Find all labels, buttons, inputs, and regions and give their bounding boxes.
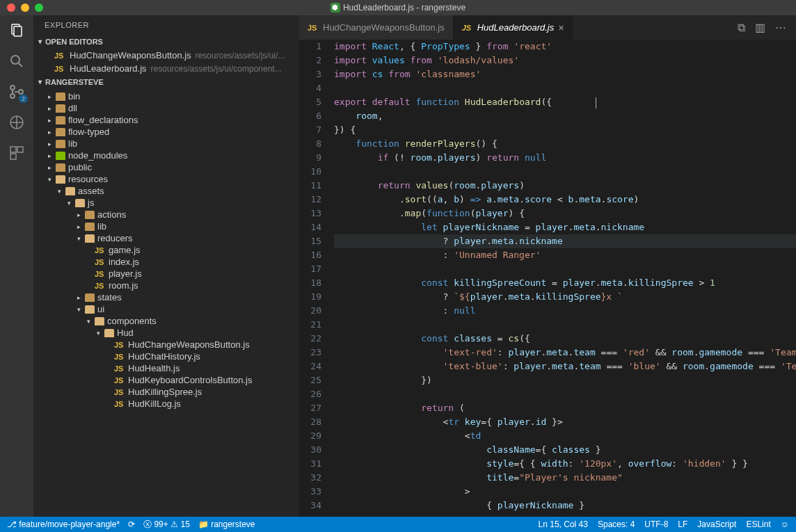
tree-file[interactable]: JSgame.js xyxy=(33,244,299,256)
tree-folder[interactable]: ▸public xyxy=(33,161,299,173)
chevron-icon: ▾ xyxy=(75,306,82,313)
scm-icon[interactable]: 2 xyxy=(8,83,25,100)
problems-button[interactable]: ⓧ 99+ ⚠ 15 xyxy=(143,519,190,531)
tree-folder[interactable]: ▾Hud xyxy=(33,327,299,339)
workspace-header[interactable]: ▸RANGERSTEVE xyxy=(33,75,299,89)
folder-icon xyxy=(85,234,95,243)
editor[interactable]: 1234567891011121314151617181920212223242… xyxy=(299,40,796,517)
folder-icon xyxy=(56,175,65,184)
folder-icon xyxy=(85,293,95,302)
feedback-icon[interactable]: ☺ xyxy=(781,519,789,529)
open-editor-item[interactable]: JSHudChangeWeaponsButton.js resources/as… xyxy=(33,49,299,62)
tree-folder[interactable]: ▸actions xyxy=(33,209,299,220)
tree-folder[interactable]: ▾resources xyxy=(33,173,299,185)
chevron-icon: ▸ xyxy=(46,129,53,136)
tree-file[interactable]: JSHudKillLog.js xyxy=(33,398,299,410)
code-content[interactable]: import React, { PropTypes } from 'react'… xyxy=(334,40,796,517)
tree-file[interactable]: JSindex.js xyxy=(33,256,299,268)
tree-file[interactable]: JSHudHealth.js xyxy=(33,362,299,374)
folder-icon xyxy=(56,92,65,101)
scm-badge: 2 xyxy=(19,95,28,103)
minimize-window[interactable] xyxy=(21,3,29,12)
svg-rect-10 xyxy=(10,147,16,152)
tree-folder[interactable]: ▸flow_declarations xyxy=(33,114,299,126)
tree-item-label: HudKillingSpree.js xyxy=(128,387,202,397)
tree-file[interactable]: JSplayer.js xyxy=(33,268,299,280)
editor-actions: ⧉ ▥ ⋯ xyxy=(738,15,796,40)
close-icon[interactable]: × xyxy=(558,22,564,33)
tree-folder[interactable]: ▸states xyxy=(33,291,299,303)
folder-icon xyxy=(56,152,65,160)
layout-icon[interactable]: ▥ xyxy=(755,21,765,34)
indentation[interactable]: Spaces: 4 xyxy=(598,519,635,529)
tree-folder[interactable]: ▸flow-typed xyxy=(33,126,299,138)
open-editors-header[interactable]: ▸OPEN EDITORS xyxy=(33,35,299,49)
tree-folder[interactable]: ▾reducers xyxy=(33,232,299,244)
tree-file[interactable]: JSHudChatHistory.js xyxy=(33,350,299,362)
tree-folder[interactable]: ▾ui xyxy=(33,303,299,315)
folder-icon xyxy=(56,116,65,124)
split-editor-icon[interactable]: ⧉ xyxy=(738,22,745,34)
folder-icon xyxy=(104,329,114,337)
window-controls xyxy=(0,3,43,12)
tree-file[interactable]: JSHudKeyboardControlsButton.js xyxy=(33,374,299,386)
tree-item-label: index.js xyxy=(109,257,139,267)
tree-folder[interactable]: ▸node_modules xyxy=(33,150,299,161)
tree-item-label: player.js xyxy=(109,268,142,279)
branch-indicator[interactable]: ⎇ feature/move-player-angle* xyxy=(7,519,120,529)
tree-folder[interactable]: ▾components xyxy=(33,315,299,327)
folder-icon xyxy=(56,104,65,113)
tree-item-label: flow-typed xyxy=(68,127,109,137)
open-editors-list: JSHudChangeWeaponsButton.js resources/as… xyxy=(33,49,299,75)
maximize-window[interactable] xyxy=(35,3,43,12)
cursor-position[interactable]: Ln 15, Col 43 xyxy=(539,519,588,529)
eslint-status[interactable]: ESLint xyxy=(746,519,770,529)
tree-folder[interactable]: ▾assets xyxy=(33,185,299,197)
file-path: resources/assets/js/ui/component... xyxy=(151,64,282,74)
tab-label: HudChangeWeaponsButton.js xyxy=(323,22,445,33)
tree-file[interactable]: JSroom.js xyxy=(33,280,299,291)
tree-item-label: js xyxy=(88,198,94,208)
activity-bar: 2 xyxy=(0,15,33,517)
tree-item-label: public xyxy=(68,162,92,172)
titlebar: ⬢HudLeaderboard.js - rangersteve xyxy=(0,0,796,15)
tree-file[interactable]: JSHudKillingSpree.js xyxy=(33,386,299,398)
extensions-icon[interactable] xyxy=(8,145,25,161)
js-file-icon: JS xyxy=(114,364,125,373)
open-editor-item[interactable]: JSHudLeaderboard.js resources/assets/js/… xyxy=(33,62,299,75)
editor-tab[interactable]: JSHudLeaderboard.js× xyxy=(454,15,573,40)
svg-rect-11 xyxy=(17,147,23,152)
tree-folder[interactable]: ▸lib xyxy=(33,138,299,150)
encoding[interactable]: UTF-8 xyxy=(644,519,668,529)
folder-icon xyxy=(56,163,65,172)
editor-area: JSHudChangeWeaponsButton.jsJSHudLeaderbo… xyxy=(299,15,796,517)
js-file-icon: JS xyxy=(114,388,125,396)
eol[interactable]: LF xyxy=(678,519,687,529)
js-file-icon: JS xyxy=(114,376,125,385)
close-window[interactable] xyxy=(7,3,15,12)
explorer-icon[interactable] xyxy=(8,22,25,39)
editor-tab[interactable]: JSHudChangeWeaponsButton.js xyxy=(299,15,454,40)
chevron-icon: ▸ xyxy=(46,140,53,147)
file-path: resources/assets/js/ui/... xyxy=(196,51,285,61)
tab-label: HudLeaderboard.js xyxy=(477,22,555,33)
explorer-sidebar: EXPLORER ▸OPEN EDITORS JSHudChangeWeapon… xyxy=(33,15,299,517)
tree-file[interactable]: JSHudChangeWeaponsButton.js xyxy=(33,339,299,350)
folder-indicator[interactable]: 📁 rangersteve xyxy=(198,519,255,529)
search-icon[interactable] xyxy=(8,53,25,70)
js-file-icon: JS xyxy=(114,400,125,408)
tree-folder[interactable]: ▸bin xyxy=(33,90,299,102)
tree-folder[interactable]: ▸dll xyxy=(33,102,299,114)
folder-icon xyxy=(95,317,104,325)
more-icon[interactable]: ⋯ xyxy=(775,21,786,34)
debug-icon[interactable] xyxy=(8,114,25,131)
tabs-bar: JSHudChangeWeaponsButton.jsJSHudLeaderbo… xyxy=(299,15,796,40)
js-file-icon: JS xyxy=(95,258,106,266)
sync-button[interactable]: ⟳ xyxy=(128,519,135,529)
language-mode[interactable]: JavaScript xyxy=(697,519,736,529)
chevron-icon: ▾ xyxy=(65,200,72,207)
tree-item-label: bin xyxy=(68,91,80,102)
chevron-icon: ▸ xyxy=(46,152,53,159)
tree-folder[interactable]: ▸lib xyxy=(33,220,299,232)
tree-folder[interactable]: ▾js xyxy=(33,197,299,209)
